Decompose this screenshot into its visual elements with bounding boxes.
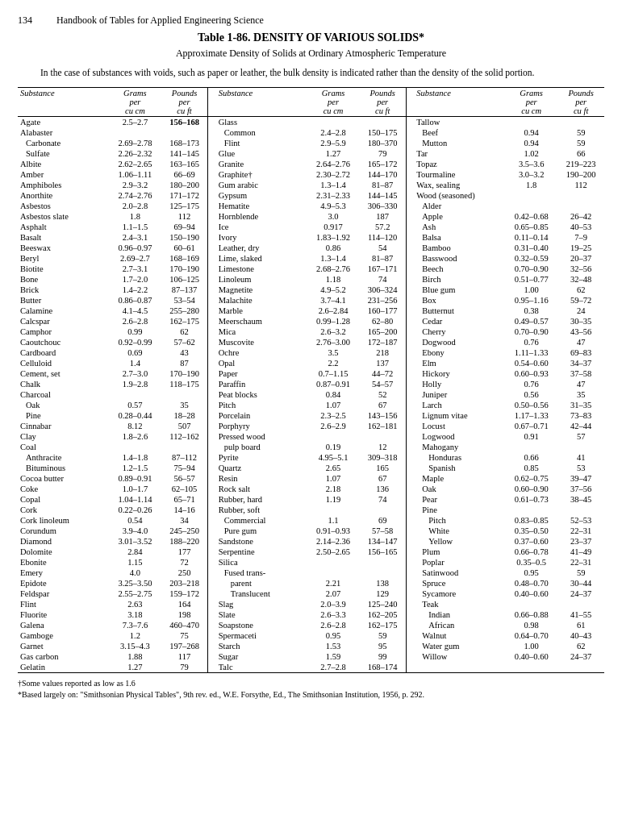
table-row: Anthracite 1.4–1.8 87–112 Pyrite 4.95–5.… [18,452,604,463]
table-row: Albite 2.62–2.65 163–165 Granite 2.64–2.… [18,159,604,169]
table-row: Brick 1.4–2.2 87–137 Magnetite 4.9–5.2 3… [18,285,604,295]
table-row: Amphiboles 2.9–3.2 180–200 Gum arabic 1.… [18,180,604,190]
table-row: Gelatin 1.27 79 Talc 2.7–2.8 168–174 [18,662,604,673]
intro-text: In the case of substances with voids, su… [18,66,604,79]
header-substance-2: Substance [216,88,307,117]
table-subtitle: Approximate Density of Solids at Ordinar… [18,48,604,60]
table-row: Fluorite 3.18 198 Slate 2.6–3.3 162–205 … [18,609,604,620]
table-row: Beryl 2.69–2.7 168–169 Lime, slaked 1.3–… [18,253,604,264]
table-row: Coke 1.0–1.7 62–105 Rock salt 2.18 136 O… [18,484,604,494]
table-row: Charcoal Peat blocks 0.84 52 Juniper 0.5… [18,389,604,400]
pounds-col2 [360,117,407,128]
table-row: Amber 1.06–1.11 66–69 Graphite† 2.30–2.7… [18,169,604,180]
table-row: Asbestos 2.0–2.8 125–175 Hematite 4.9–5.… [18,201,604,211]
grams-col3 [505,117,557,128]
table-row: Clay 1.8–2.6 112–162 Pressed wood Logwoo… [18,431,604,442]
header-grams-1: Gramspercu cm [109,88,161,117]
table-header-row: Substance Gramspercu cm Poundspercu ft S… [18,88,604,117]
table-row: Coal pulp board 0.19 12 Mahogany [18,442,604,452]
substance-col1: Agate [18,117,109,128]
table-row: Cork linoleum 0.54 34 Commercial 1.1 69 … [18,515,604,526]
header-substance-1: Substance [18,88,109,117]
table-row: Feldspar 2.55–2.75 159–172 Translucent 2… [18,588,604,599]
table-row: Beeswax 0.96–0.97 60–61 Leather, dry 0.8… [18,243,604,253]
header-grams-3: Gramspercu cm [505,88,557,117]
table-row: Calamine 4.1–4.5 255–280 Marble 2.6–2.84… [18,306,604,316]
table-row: Corundum 3.9–4.0 245–250 Pure gum 0.91–0… [18,526,604,536]
table-row: Camphor 0.99 62 Mica 2.6–3.2 165–200 Che… [18,326,604,337]
density-table: Substance Gramspercu cm Poundspercu ft S… [18,87,604,673]
header-substance-3: Substance [414,88,505,117]
book-title: Handbook of Tables for Applied Engineeri… [56,15,264,27]
table-row: Gas carbon 1.88 117 Sugar 1.59 99 Willow… [18,651,604,662]
grams-col1: 2.5–2.7 [109,117,161,128]
table-row: Asphalt 1.1–1.5 69–94 Ice 0.917 57.2 Ash… [18,222,604,232]
table-row: Flint 2.63 164 Slag 2.0–3.9 125–240 Teak [18,599,604,609]
table-row: Bone 1.7–2.0 106–125 Linoleum 1.18 74 Bi… [18,274,604,285]
substance-col3: Tallow [414,117,505,128]
table-row: Cinnabar 8.12 507 Porphyry 2.6–2.9 162–1… [18,421,604,431]
table-row: Bituminous 1.2–1.5 75–94 Quartz 2.65 165… [18,463,604,473]
table-row: Sulfate 2.26–2.32 141–145 Glue 1.27 79 T… [18,148,604,159]
table-row: Basalt 2.4–3.1 150–190 Ivory 1.83–1.92 1… [18,232,604,243]
table-row: Cardboard 0.69 43 Ochre 3.5 218 Ebony 1.… [18,347,604,358]
table-row: Caoutchouc 0.92–0.99 57–62 Muscovite 2.7… [18,337,604,347]
table-row: Ebonite 1.15 72 Silica Poplar 0.35–0.5 2… [18,557,604,568]
table-row: Epidote 3.25–3.50 203–218 parent 2.21 13… [18,578,604,588]
table-row: Celluloid 1.4 87 Opal 2.2 137 Elm 0.54–0… [18,358,604,368]
table-row: Copal 1.04–1.14 65–71 Rubber, hard 1.19 … [18,494,604,505]
page-header: 134 Handbook of Tables for Applied Engin… [18,15,604,27]
footnotes: †Some values reported as low as 1.6 *Bas… [18,678,604,701]
table-row: Carbonate 2.69–2.78 168–173 Flint 2.9–5.… [18,138,604,148]
table-row: Gamboge 1.2 75 Spermaceti 0.95 59 Walnut… [18,630,604,641]
table-row: Dolomite 2.84 177 Serpentine 2.50–2.65 1… [18,547,604,557]
table-row: Cork 0.22–0.26 14–16 Rubber, soft Pine [18,505,604,515]
table-row: Biotite 2.7–3.1 170–190 Limestone 2.68–2… [18,264,604,274]
pounds-col1: 156–168 [161,117,208,128]
pounds-col3 [557,117,604,128]
table-title: Table 1-86. DENSITY OF VARIOUS SOLIDS* [18,31,604,44]
table-row: Emery 4.0 250 Fused trans- Satinwood 0.9… [18,568,604,578]
table-row: Asbestos slate 1.8 112 Hornblende 3.0 18… [18,211,604,222]
table-row: Alabaster Common 2.4–2.8 150–175 Beef 0.… [18,127,604,138]
table-row: Diamond 3.01–3.52 188–220 Sandstone 2.14… [18,536,604,547]
table-row: Agate 2.5–2.7 156–168 Glass Tallow [18,117,604,128]
header-grams-2: Gramspercu cm [307,88,359,117]
substance-col2: Glass [216,117,307,128]
page-number: 134 [18,15,32,27]
table-row: Cement, set 2.7–3.0 170–190 Paper 0.7–1.… [18,368,604,379]
header-pounds-3: Poundspercu ft [557,88,604,117]
table-row: Oak 0.57 35 Pitch 1.07 67 Larch 0.50–0.5… [18,400,604,410]
footnote-1: †Some values reported as low as 1.6 [18,678,604,689]
header-pounds-2: Poundspercu ft [360,88,407,117]
table-row: Garnet 3.15–4.3 197–268 Starch 1.53 95 W… [18,641,604,651]
table-row: Anorthite 2.74–2.76 171–172 Gypsum 2.31–… [18,190,604,201]
table-row: Chalk 1.9–2.8 118–175 Paraffin 0.87–0.91… [18,379,604,389]
table-row: Cocoa butter 0.89–0.91 56–57 Resin 1.07 … [18,473,604,484]
header-pounds-1: Poundspercu ft [161,88,208,117]
grams-col2 [307,117,359,128]
table-row: Galena 7.3–7.6 460–470 Soapstone 2.6–2.8… [18,620,604,630]
table-row: Calcspar 2.6–2.8 162–175 Meerschaum 0.99… [18,316,604,326]
table-row: Butter 0.86–0.87 53–54 Malachite 3.7–4.1… [18,295,604,306]
table-row: Pine 0.28–0.44 18–28 Porcelain 2.3–2.5 1… [18,410,604,421]
footnote-2: *Based largely on: "Smithsonian Physical… [18,689,604,701]
